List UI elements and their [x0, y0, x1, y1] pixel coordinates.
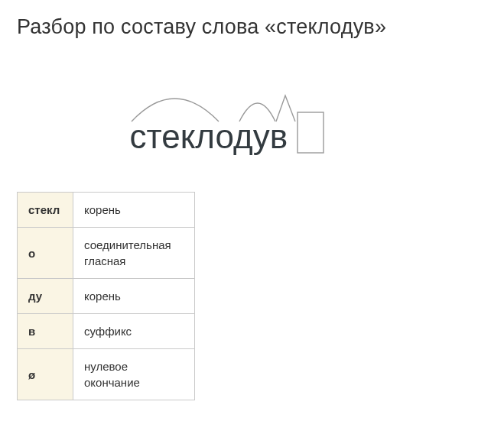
- morpheme-part: стекл: [18, 193, 73, 228]
- analyzed-word: стеклодув: [130, 120, 288, 154]
- word-suffix: в: [270, 118, 288, 155]
- morpheme-part: ø: [18, 349, 73, 400]
- null-ending-box-icon: [298, 112, 324, 153]
- morpheme-part: о: [18, 228, 73, 279]
- table-row: ø нулевое окончание: [18, 349, 195, 400]
- morpheme-desc: корень: [73, 193, 195, 228]
- page-title: Разбор по составу слова «стеклодув»: [17, 15, 487, 39]
- word-root2: ду: [233, 118, 270, 155]
- table-row: стекл корень: [18, 193, 195, 228]
- table-row: ду корень: [18, 279, 195, 314]
- word-root1: стекл: [130, 118, 216, 155]
- table-row: о соединительная гласная: [18, 228, 195, 279]
- morpheme-table: стекл корень о соединительная гласная ду…: [17, 192, 195, 400]
- morpheme-part: ду: [18, 279, 73, 314]
- morpheme-part: в: [18, 314, 73, 349]
- morpheme-desc: суффикс: [73, 314, 195, 349]
- table-row: в суффикс: [18, 314, 195, 349]
- morpheme-desc: соединительная гласная: [73, 228, 195, 279]
- word-diagram: стеклодув: [130, 77, 375, 154]
- morpheme-desc: корень: [73, 279, 195, 314]
- word-connective: о: [216, 118, 234, 155]
- morpheme-desc: нулевое окончание: [73, 349, 195, 400]
